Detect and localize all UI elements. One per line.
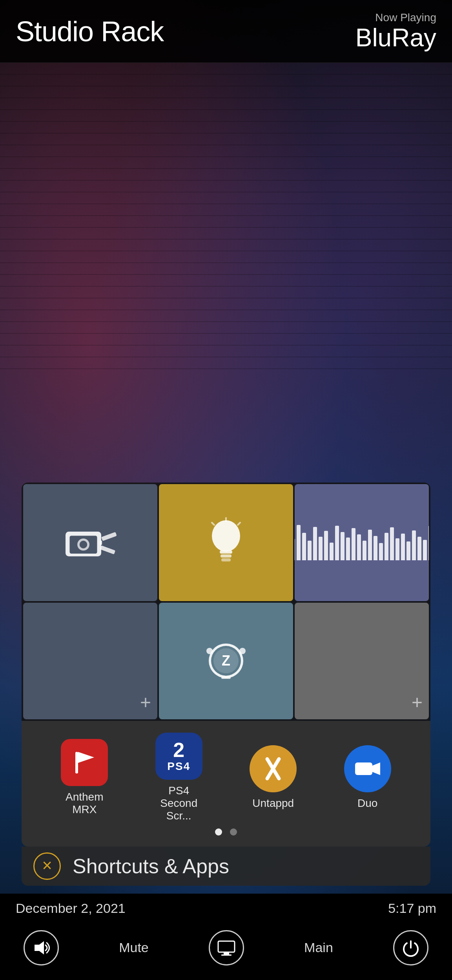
tile-grid: + Z + (22, 483, 430, 721)
apps-row: Anthem MRX 2 PS4 PS4 Second Scr... (37, 733, 415, 822)
svg-point-3 (80, 541, 87, 549)
svg-rect-27 (218, 941, 235, 952)
svg-point-19 (239, 648, 246, 654)
svg-point-18 (206, 648, 213, 654)
anthem-flag-icon (67, 745, 102, 780)
header: Studio Rack Now Playing BluRay (0, 0, 452, 63)
tile-audio[interactable] (295, 484, 429, 601)
app-label-untappd: Untappd (252, 797, 294, 810)
shortcuts-close-button[interactable]: × (33, 852, 61, 880)
display-icon-circle (209, 930, 244, 965)
bottom-info: December 2, 2021 5:17 pm (0, 894, 452, 919)
power-icon-circle (393, 930, 428, 965)
main-content: + Z + (0, 63, 452, 894)
volume-icon (31, 938, 51, 958)
display-button[interactable] (209, 930, 244, 965)
tile-panel: + Z + (22, 483, 430, 847)
now-playing-section: Now Playing BluRay (355, 11, 436, 52)
svg-rect-8 (220, 550, 232, 554)
audio-bars-icon (295, 525, 429, 560)
shortcuts-label: Shortcuts & Apps (73, 854, 229, 878)
svg-rect-29 (221, 954, 231, 956)
svg-rect-25 (355, 762, 372, 775)
date-display: December 2, 2021 (16, 901, 126, 916)
power-button[interactable] (393, 930, 428, 965)
svg-rect-21 (67, 745, 102, 780)
app-item-ps4[interactable]: 2 PS4 PS4 Second Scr... (132, 733, 226, 822)
app-icon-duo (344, 745, 391, 792)
svg-rect-5 (100, 545, 115, 554)
mute-label: Mute (119, 940, 149, 955)
camera-icon (63, 523, 118, 562)
svg-line-12 (238, 523, 240, 525)
app-label-ps4: PS4 Second Scr... (149, 784, 208, 822)
svg-rect-4 (101, 532, 117, 541)
shortcuts-bar[interactable]: × Shortcuts & Apps (22, 847, 430, 886)
close-icon: × (42, 856, 52, 875)
app-item-duo[interactable]: Duo (321, 745, 415, 810)
ps4-text: PS4 (167, 760, 190, 773)
volume-button[interactable] (24, 930, 59, 965)
bottom-controls: Mute Main (0, 919, 452, 980)
svg-rect-10 (221, 558, 231, 561)
now-playing-label: Now Playing (375, 11, 436, 24)
svg-marker-26 (35, 941, 44, 954)
pagination-dots (37, 822, 415, 839)
main-label: Main (304, 940, 333, 955)
app-title: Studio Rack (16, 15, 164, 48)
svg-text:Z: Z (222, 653, 230, 669)
bottom-bar: December 2, 2021 5:17 pm Mute (0, 894, 452, 980)
svg-rect-22 (75, 752, 78, 773)
dot-2 (230, 828, 237, 836)
tile-light[interactable] (159, 484, 293, 601)
main-button[interactable]: Main (304, 940, 333, 955)
time-display: 5:17 pm (388, 901, 436, 916)
svg-rect-6 (100, 541, 102, 545)
display-icon (217, 938, 236, 958)
ps4-number: 2 (173, 740, 184, 760)
app-label-anthem: Anthem MRX (55, 791, 114, 816)
alarm-icon: Z (202, 637, 250, 684)
tile-empty2[interactable]: + (295, 603, 429, 719)
svg-point-7 (212, 520, 240, 552)
power-icon (401, 938, 421, 958)
svg-rect-9 (221, 554, 231, 558)
now-playing-value: BluRay (355, 24, 436, 51)
volume-icon-circle (24, 930, 59, 965)
add-icon-1: + (140, 691, 151, 713)
duo-camera-icon (352, 753, 383, 784)
tile-alarm[interactable]: Z (159, 603, 293, 719)
tile-empty1[interactable]: + (23, 603, 157, 719)
svg-rect-20 (221, 676, 231, 679)
svg-rect-28 (224, 952, 229, 954)
apps-strip: Anthem MRX 2 PS4 PS4 Second Scr... (22, 721, 430, 847)
app-item-anthem-mrx[interactable]: Anthem MRX (37, 739, 132, 816)
app-item-untappd[interactable]: Untappd (226, 745, 321, 810)
app-icon-untappd (250, 745, 297, 792)
dot-1 (215, 828, 222, 836)
app-icon-ps4: 2 PS4 (155, 733, 202, 780)
svg-line-13 (212, 523, 214, 525)
app-label-duo: Duo (357, 797, 377, 810)
ps4-badge: 2 PS4 (167, 740, 190, 773)
lightbulb-icon (202, 517, 250, 568)
add-icon-2: + (412, 691, 423, 713)
untappd-icon (257, 753, 289, 784)
mute-button[interactable]: Mute (119, 940, 149, 955)
app-icon-anthem (61, 739, 108, 786)
tile-camera[interactable] (23, 484, 157, 601)
